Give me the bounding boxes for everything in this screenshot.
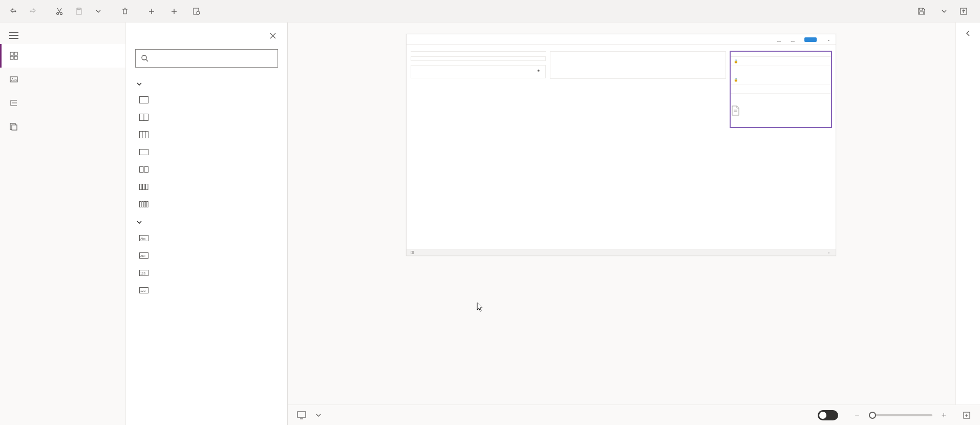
comp-2-column-tab[interactable] <box>126 109 285 126</box>
svg-rect-24 <box>144 167 148 173</box>
paste-dropdown[interactable] <box>89 5 108 17</box>
comp-3-column-tab[interactable] <box>126 126 285 143</box>
comp-1-column-tab[interactable] <box>126 91 285 109</box>
save-dropdown[interactable] <box>935 5 953 17</box>
svg-point-15 <box>142 55 146 60</box>
chevron-down-icon <box>940 7 948 15</box>
paste-button[interactable] <box>70 5 88 17</box>
zoom-slider[interactable] <box>869 414 932 416</box>
redo-button[interactable] <box>24 5 42 17</box>
comp-3-column-section[interactable] <box>126 178 285 196</box>
nav-form-libraries[interactable] <box>0 115 125 138</box>
number-icon: 123 <box>139 269 148 277</box>
show-hidden-toggle[interactable] <box>818 410 838 420</box>
table-columns-icon: Abc <box>9 75 18 84</box>
search-box[interactable] <box>135 49 278 68</box>
svg-rect-9 <box>10 56 13 59</box>
nav-tree-view[interactable] <box>0 91 125 115</box>
svg-rect-31 <box>146 202 148 207</box>
get-directions-link[interactable]: ◈ <box>415 69 541 73</box>
svg-text:123: 123 <box>140 289 146 292</box>
svg-rect-30 <box>144 202 146 207</box>
add-form-field-button[interactable] <box>142 5 164 17</box>
device-selector[interactable] <box>311 412 322 418</box>
svg-rect-7 <box>10 52 13 55</box>
zoom-out-button[interactable]: − <box>853 411 861 420</box>
document-icon <box>731 105 831 116</box>
comp-2-column-section[interactable] <box>126 161 285 178</box>
publish-button[interactable] <box>954 5 976 17</box>
group-input[interactable] <box>126 213 285 229</box>
comp-1-column-section[interactable] <box>126 143 285 161</box>
add-component-button[interactable] <box>165 5 186 17</box>
paste-icon <box>75 7 83 15</box>
expand-properties-button[interactable] <box>965 30 972 37</box>
zoom-in-button[interactable]: + <box>940 411 948 420</box>
svg-point-1 <box>60 12 62 14</box>
bottom-bar: − + <box>288 405 980 425</box>
nav-rail: Abc <box>0 23 126 425</box>
canvas: --- --- ⌄ <box>288 23 980 425</box>
svg-rect-26 <box>143 184 145 190</box>
abc-icon: Abc <box>139 252 148 259</box>
redo-icon <box>29 7 37 15</box>
search-input[interactable] <box>154 54 272 63</box>
undo-button[interactable] <box>4 5 23 17</box>
selected-section[interactable]: 🔒 🔒 <box>730 51 832 128</box>
group-layout[interactable] <box>126 75 285 91</box>
trash-icon <box>121 7 129 15</box>
number-icon: 123 <box>139 287 148 294</box>
hamburger-button[interactable] <box>0 27 125 44</box>
comp-number-input[interactable]: 123 <box>126 264 285 282</box>
owner-pill <box>804 37 817 42</box>
form-settings-icon <box>193 7 201 15</box>
undo-icon <box>9 7 17 15</box>
delete-button[interactable] <box>116 5 134 17</box>
cut-button[interactable] <box>50 5 69 17</box>
switch-classic-button[interactable] <box>210 9 220 13</box>
fit-to-screen-button[interactable] <box>963 411 971 419</box>
comp-4-column-section[interactable] <box>126 196 285 213</box>
contacts-no-data <box>731 97 831 124</box>
comp-ai-builder[interactable]: Abc <box>126 229 285 247</box>
plus-icon <box>170 7 178 15</box>
save-icon <box>918 7 926 15</box>
form-settings-button[interactable] <box>187 5 209 17</box>
map-section[interactable]: ◈ <box>411 65 546 78</box>
tab-3col-icon <box>139 131 148 138</box>
chevron-down-icon <box>94 7 102 15</box>
svg-text:Abc: Abc <box>11 78 18 81</box>
chevron-down-icon[interactable]: ⌄ <box>827 37 830 42</box>
toolbar <box>0 0 980 23</box>
sec-1col-icon <box>139 148 148 156</box>
form-header-stats: --- --- ⌄ <box>777 37 830 42</box>
address-section[interactable] <box>411 56 546 61</box>
nav-components[interactable] <box>0 44 125 68</box>
comp-rich-text[interactable]: Abc <box>126 247 285 264</box>
svg-rect-27 <box>146 184 148 190</box>
svg-rect-42 <box>297 412 306 417</box>
save-icon: ▫ <box>828 251 829 254</box>
components-scroll[interactable]: Abc Abc 123 123 <box>126 75 287 421</box>
timeline-section[interactable] <box>550 51 726 79</box>
lock-icon: 🔒 <box>734 78 738 81</box>
general-section[interactable] <box>411 51 546 52</box>
diamond-icon: ◈ <box>537 69 540 73</box>
nav-table-columns[interactable]: Abc <box>0 68 125 91</box>
close-panel-button[interactable] <box>268 31 278 41</box>
form-preview[interactable]: --- --- ⌄ <box>406 34 836 256</box>
svg-rect-19 <box>140 132 148 138</box>
components-icon <box>9 51 18 60</box>
form-footer: ◫ ▫ <box>407 249 836 256</box>
svg-point-0 <box>57 12 59 14</box>
svg-rect-16 <box>140 97 148 103</box>
contacts-section-title <box>731 94 831 97</box>
publish-icon <box>960 7 968 15</box>
chevron-down-icon <box>136 81 142 87</box>
tab-1col-icon <box>139 96 148 103</box>
save-button[interactable] <box>912 5 934 17</box>
comp-star-rating[interactable]: 123 <box>126 282 285 299</box>
sec-3col-icon <box>139 183 148 190</box>
svg-rect-23 <box>140 167 144 173</box>
svg-text:123: 123 <box>140 272 146 275</box>
